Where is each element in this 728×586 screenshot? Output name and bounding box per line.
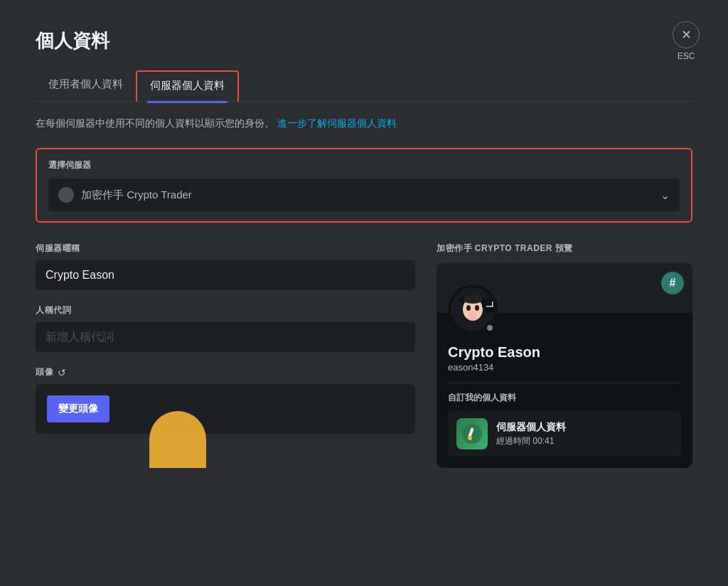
server-icon: [58, 187, 74, 203]
preview-body: Crypto Eason eason4134 自訂我的個人資料: [437, 313, 692, 468]
nickname-section: 伺服器暱稱: [36, 243, 415, 290]
change-avatar-button[interactable]: 變更頭像: [47, 395, 109, 422]
svg-point-6: [469, 312, 477, 321]
preview-customize-label: 自訂我的個人資料: [448, 392, 681, 404]
preview-avatar-wrap: [448, 284, 498, 334]
status-indicator: [485, 323, 495, 333]
preview-card: # Crypto Eason eason4134 自訂我的個人資料: [437, 263, 692, 468]
avatar-label: 頭像: [36, 366, 53, 378]
tabs-container: 使用者個人資料 伺服器個人資料: [36, 70, 692, 102]
esc-label: ESC: [678, 51, 695, 61]
edit-avatar-icon[interactable]: [482, 297, 498, 313]
avatar-box: 變更頭像: [36, 384, 415, 434]
activity-icon: [456, 418, 488, 449]
nickname-label: 伺服器暱稱: [36, 243, 415, 255]
svg-point-12: [468, 436, 472, 440]
preview-label: 加密作手 CRYPTO TRADER 預覽: [437, 243, 692, 255]
hashtag-badge: #: [661, 272, 684, 294]
svg-point-7: [463, 295, 483, 304]
preview-banner: #: [437, 263, 692, 313]
activity-elapsed: 經過時間 00:41: [496, 435, 566, 447]
reset-icon[interactable]: ↺: [58, 367, 66, 378]
right-panel: 加密作手 CRYPTO TRADER 預覽: [437, 243, 692, 468]
pronoun-input[interactable]: [36, 322, 415, 352]
server-select-section: 選擇伺服器 加密作手 Crypto Trader ⌄: [36, 148, 692, 223]
chevron-down-icon: ⌄: [660, 188, 670, 202]
tab-server-profile[interactable]: 伺服器個人資料: [136, 70, 239, 102]
left-panel: 伺服器暱稱 人稱代詞 頭像 ↺ 變更頭像: [36, 243, 415, 468]
esc-button[interactable]: ✕ ESC: [673, 21, 700, 61]
svg-point-5: [475, 305, 479, 311]
learn-more-link[interactable]: 進一步了解伺服器個人資料: [277, 117, 397, 129]
svg-point-4: [466, 305, 471, 311]
tab-user-profile[interactable]: 使用者個人資料: [36, 70, 136, 101]
description-text: 在每個伺服器中使用不同的個人資料以顯示您的身份。 進一步了解伺服器個人資料: [36, 116, 692, 131]
pronoun-section: 人稱代詞: [36, 304, 415, 352]
preview-divider: [448, 383, 681, 383]
avatar-section: 頭像 ↺ 變更頭像: [36, 366, 415, 434]
decorative-shape: [149, 411, 206, 468]
activity-title: 伺服器個人資料: [496, 421, 566, 434]
activity-info: 伺服器個人資料 經過時間 00:41: [496, 421, 566, 447]
preview-username: Crypto Eason: [448, 344, 681, 361]
preview-activity: 伺服器個人資料 經過時間 00:41: [448, 411, 681, 457]
preview-handle: eason4134: [448, 362, 681, 373]
svg-rect-9: [492, 302, 493, 307]
server-dropdown[interactable]: 加密作手 Crypto Trader ⌄: [48, 179, 680, 211]
page-title: 個人資料: [36, 28, 692, 53]
server-name: 加密作手 Crypto Trader: [81, 188, 192, 202]
pronoun-label: 人稱代詞: [36, 304, 415, 316]
main-content: 伺服器暱稱 人稱代詞 頭像 ↺ 變更頭像: [36, 243, 692, 468]
nickname-input[interactable]: [36, 260, 415, 290]
server-select-label: 選擇伺服器: [48, 159, 680, 171]
close-icon: ✕: [673, 21, 700, 48]
